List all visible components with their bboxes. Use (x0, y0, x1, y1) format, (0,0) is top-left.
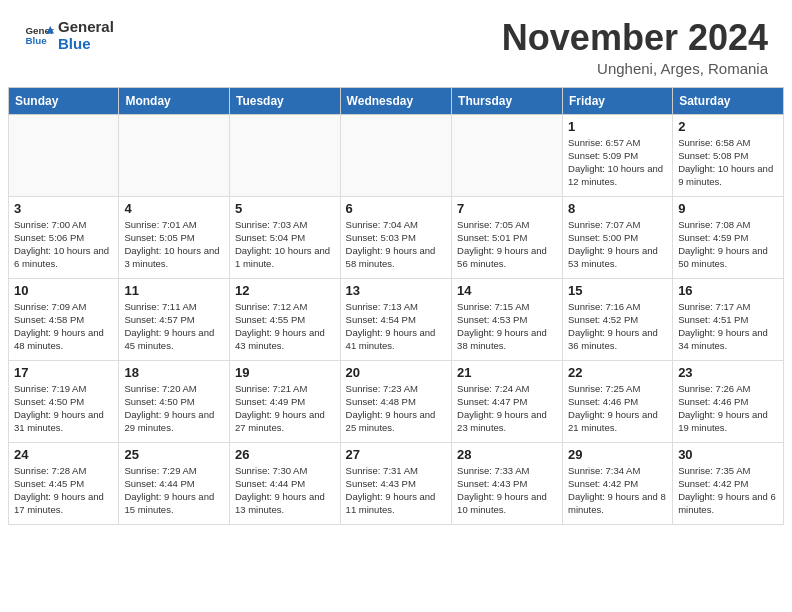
calendar-cell: 10Sunrise: 7:09 AM Sunset: 4:58 PM Dayli… (9, 278, 119, 360)
col-thursday: Thursday (452, 87, 563, 114)
day-info: Sunrise: 7:31 AM Sunset: 4:43 PM Dayligh… (346, 464, 446, 517)
calendar-cell: 8Sunrise: 7:07 AM Sunset: 5:00 PM Daylig… (563, 196, 673, 278)
calendar-cell (452, 114, 563, 196)
month-title: November 2024 (502, 18, 768, 58)
day-info: Sunrise: 7:33 AM Sunset: 4:43 PM Dayligh… (457, 464, 557, 517)
calendar-cell: 17Sunrise: 7:19 AM Sunset: 4:50 PM Dayli… (9, 360, 119, 442)
day-info: Sunrise: 7:00 AM Sunset: 5:06 PM Dayligh… (14, 218, 113, 271)
day-info: Sunrise: 7:01 AM Sunset: 5:05 PM Dayligh… (124, 218, 224, 271)
day-number: 11 (124, 283, 224, 298)
calendar-cell: 15Sunrise: 7:16 AM Sunset: 4:52 PM Dayli… (563, 278, 673, 360)
calendar-cell (340, 114, 451, 196)
day-number: 28 (457, 447, 557, 462)
day-number: 2 (678, 119, 778, 134)
calendar-cell: 11Sunrise: 7:11 AM Sunset: 4:57 PM Dayli… (119, 278, 230, 360)
day-number: 24 (14, 447, 113, 462)
day-number: 8 (568, 201, 667, 216)
day-info: Sunrise: 7:21 AM Sunset: 4:49 PM Dayligh… (235, 382, 335, 435)
calendar-cell: 5Sunrise: 7:03 AM Sunset: 5:04 PM Daylig… (229, 196, 340, 278)
day-info: Sunrise: 7:24 AM Sunset: 4:47 PM Dayligh… (457, 382, 557, 435)
calendar-cell: 22Sunrise: 7:25 AM Sunset: 4:46 PM Dayli… (563, 360, 673, 442)
day-info: Sunrise: 7:11 AM Sunset: 4:57 PM Dayligh… (124, 300, 224, 353)
day-number: 20 (346, 365, 446, 380)
calendar-cell: 7Sunrise: 7:05 AM Sunset: 5:01 PM Daylig… (452, 196, 563, 278)
day-number: 26 (235, 447, 335, 462)
calendar-cell: 1Sunrise: 6:57 AM Sunset: 5:09 PM Daylig… (563, 114, 673, 196)
day-number: 1 (568, 119, 667, 134)
day-number: 17 (14, 365, 113, 380)
day-info: Sunrise: 7:26 AM Sunset: 4:46 PM Dayligh… (678, 382, 778, 435)
day-info: Sunrise: 7:34 AM Sunset: 4:42 PM Dayligh… (568, 464, 667, 517)
day-info: Sunrise: 7:30 AM Sunset: 4:44 PM Dayligh… (235, 464, 335, 517)
day-info: Sunrise: 7:04 AM Sunset: 5:03 PM Dayligh… (346, 218, 446, 271)
logo-blue-text: Blue (58, 35, 114, 52)
day-info: Sunrise: 7:03 AM Sunset: 5:04 PM Dayligh… (235, 218, 335, 271)
calendar-cell: 28Sunrise: 7:33 AM Sunset: 4:43 PM Dayli… (452, 442, 563, 524)
col-sunday: Sunday (9, 87, 119, 114)
day-info: Sunrise: 7:23 AM Sunset: 4:48 PM Dayligh… (346, 382, 446, 435)
day-info: Sunrise: 7:09 AM Sunset: 4:58 PM Dayligh… (14, 300, 113, 353)
col-saturday: Saturday (673, 87, 784, 114)
calendar-cell: 21Sunrise: 7:24 AM Sunset: 4:47 PM Dayli… (452, 360, 563, 442)
calendar-cell: 30Sunrise: 7:35 AM Sunset: 4:42 PM Dayli… (673, 442, 784, 524)
calendar-wrapper: Sunday Monday Tuesday Wednesday Thursday… (0, 87, 792, 533)
logo: General Blue General Blue (24, 18, 114, 52)
calendar-cell: 19Sunrise: 7:21 AM Sunset: 4:49 PM Dayli… (229, 360, 340, 442)
day-info: Sunrise: 7:12 AM Sunset: 4:55 PM Dayligh… (235, 300, 335, 353)
day-number: 9 (678, 201, 778, 216)
day-number: 6 (346, 201, 446, 216)
day-number: 14 (457, 283, 557, 298)
day-number: 7 (457, 201, 557, 216)
location-subtitle: Ungheni, Arges, Romania (502, 60, 768, 77)
day-number: 12 (235, 283, 335, 298)
day-number: 16 (678, 283, 778, 298)
calendar-cell: 20Sunrise: 7:23 AM Sunset: 4:48 PM Dayli… (340, 360, 451, 442)
week-row-2: 3Sunrise: 7:00 AM Sunset: 5:06 PM Daylig… (9, 196, 784, 278)
calendar-cell: 3Sunrise: 7:00 AM Sunset: 5:06 PM Daylig… (9, 196, 119, 278)
day-number: 4 (124, 201, 224, 216)
page-header: General Blue General Blue November 2024 … (0, 0, 792, 87)
day-info: Sunrise: 7:08 AM Sunset: 4:59 PM Dayligh… (678, 218, 778, 271)
calendar-cell: 6Sunrise: 7:04 AM Sunset: 5:03 PM Daylig… (340, 196, 451, 278)
day-number: 3 (14, 201, 113, 216)
calendar-cell (119, 114, 230, 196)
day-number: 29 (568, 447, 667, 462)
calendar-cell: 13Sunrise: 7:13 AM Sunset: 4:54 PM Dayli… (340, 278, 451, 360)
calendar-cell: 16Sunrise: 7:17 AM Sunset: 4:51 PM Dayli… (673, 278, 784, 360)
day-info: Sunrise: 6:57 AM Sunset: 5:09 PM Dayligh… (568, 136, 667, 189)
day-number: 27 (346, 447, 446, 462)
day-number: 21 (457, 365, 557, 380)
calendar-cell: 12Sunrise: 7:12 AM Sunset: 4:55 PM Dayli… (229, 278, 340, 360)
calendar-cell: 23Sunrise: 7:26 AM Sunset: 4:46 PM Dayli… (673, 360, 784, 442)
calendar-cell (229, 114, 340, 196)
day-number: 19 (235, 365, 335, 380)
day-info: Sunrise: 7:07 AM Sunset: 5:00 PM Dayligh… (568, 218, 667, 271)
calendar-cell: 24Sunrise: 7:28 AM Sunset: 4:45 PM Dayli… (9, 442, 119, 524)
day-info: Sunrise: 6:58 AM Sunset: 5:08 PM Dayligh… (678, 136, 778, 189)
day-info: Sunrise: 7:20 AM Sunset: 4:50 PM Dayligh… (124, 382, 224, 435)
calendar-cell (9, 114, 119, 196)
week-row-3: 10Sunrise: 7:09 AM Sunset: 4:58 PM Dayli… (9, 278, 784, 360)
calendar-cell: 26Sunrise: 7:30 AM Sunset: 4:44 PM Dayli… (229, 442, 340, 524)
calendar-cell: 2Sunrise: 6:58 AM Sunset: 5:08 PM Daylig… (673, 114, 784, 196)
col-wednesday: Wednesday (340, 87, 451, 114)
logo-general-text: General (58, 18, 114, 35)
week-row-1: 1Sunrise: 6:57 AM Sunset: 5:09 PM Daylig… (9, 114, 784, 196)
logo-icon: General Blue (24, 20, 54, 50)
col-friday: Friday (563, 87, 673, 114)
day-number: 10 (14, 283, 113, 298)
day-number: 22 (568, 365, 667, 380)
calendar-cell: 29Sunrise: 7:34 AM Sunset: 4:42 PM Dayli… (563, 442, 673, 524)
day-number: 23 (678, 365, 778, 380)
day-info: Sunrise: 7:19 AM Sunset: 4:50 PM Dayligh… (14, 382, 113, 435)
day-number: 30 (678, 447, 778, 462)
day-info: Sunrise: 7:29 AM Sunset: 4:44 PM Dayligh… (124, 464, 224, 517)
day-info: Sunrise: 7:25 AM Sunset: 4:46 PM Dayligh… (568, 382, 667, 435)
day-info: Sunrise: 7:16 AM Sunset: 4:52 PM Dayligh… (568, 300, 667, 353)
svg-text:Blue: Blue (26, 35, 48, 46)
col-tuesday: Tuesday (229, 87, 340, 114)
week-row-5: 24Sunrise: 7:28 AM Sunset: 4:45 PM Dayli… (9, 442, 784, 524)
title-block: November 2024 Ungheni, Arges, Romania (502, 18, 768, 77)
day-number: 5 (235, 201, 335, 216)
col-monday: Monday (119, 87, 230, 114)
